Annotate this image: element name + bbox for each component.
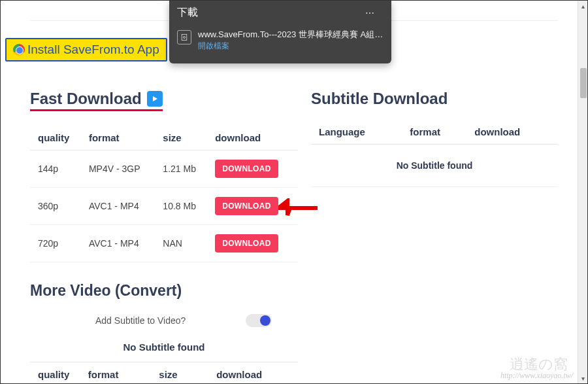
add-subtitle-label: Add Subtitle to Video?	[95, 315, 186, 326]
svg-rect-1	[182, 35, 187, 41]
install-app-label: Install SaveFrom.to App	[27, 43, 159, 57]
fast-download-table: quality format size download 144p MP4V -…	[30, 126, 298, 262]
col-format: format	[404, 120, 469, 145]
subtitle-download-heading: Subtitle Download	[311, 90, 558, 108]
download-item[interactable]: www.SaveFrom.To---2023 世界棒球經典賽 A組預賽 義...…	[177, 26, 384, 54]
watermark-url: http://www.xiaoyao.tw/	[500, 371, 573, 381]
scroll-up-icon[interactable]: ▴	[578, 1, 587, 11]
table-row-empty: No Subtitle found	[311, 145, 558, 187]
col-quality: quality	[30, 126, 84, 150]
no-subtitle-text: No Subtitle found	[30, 336, 298, 362]
more-icon[interactable]: ⋯	[365, 8, 374, 18]
more-video-heading: More Video (Convert)	[30, 282, 298, 300]
play-icon[interactable]	[147, 91, 163, 107]
download-button[interactable]: DOWNLOAD	[215, 234, 278, 253]
browser-download-panel: 下載 ⋯ www.SaveFrom.To---2023 世界棒球經典賽 A組預賽…	[169, 1, 391, 63]
no-subtitle-cell: No Subtitle found	[311, 145, 558, 187]
chrome-icon	[13, 44, 25, 56]
col-download: download	[211, 362, 298, 384]
download-item-name: www.SaveFrom.To---2023 世界棒球經典賽 A組預賽 義...	[198, 29, 384, 41]
download-button[interactable]: DOWNLOAD	[215, 160, 278, 178]
table-row: 144p MP4V - 3GP 1.21 Mb DOWNLOAD	[30, 150, 298, 188]
more-video-table: quality format size download 480p AVC1 (…	[30, 362, 298, 384]
table-row: 360p AVC1 - MP4 10.8 Mb DOWNLOAD	[30, 188, 298, 225]
add-subtitle-toggle[interactable]	[246, 314, 272, 327]
svg-point-2	[184, 37, 186, 39]
install-app-button[interactable]: Install SaveFrom.to App	[5, 38, 167, 61]
download-button[interactable]: DOWNLOAD	[215, 197, 278, 215]
col-size: size	[154, 362, 211, 384]
download-panel-title: 下載	[177, 6, 198, 20]
download-item-open[interactable]: 開啟檔案	[198, 41, 384, 52]
table-row: 720p AVC1 - MP4 NAN DOWNLOAD	[30, 225, 298, 262]
col-format: format	[84, 126, 157, 150]
fast-download-heading: Fast Download	[30, 90, 163, 111]
col-download: download	[469, 120, 558, 145]
col-quality: quality	[30, 362, 83, 384]
subtitle-download-table: Language format download No Subtitle fou…	[311, 120, 558, 187]
scroll-thumb[interactable]	[580, 68, 587, 98]
col-download: download	[210, 126, 298, 150]
file-icon	[177, 30, 191, 44]
col-size: size	[157, 126, 210, 150]
col-language: Language	[311, 120, 404, 145]
col-format: format	[83, 362, 154, 384]
scrollbar[interactable]: ▴ ▾	[578, 1, 587, 383]
scroll-down-icon[interactable]: ▾	[578, 373, 587, 383]
